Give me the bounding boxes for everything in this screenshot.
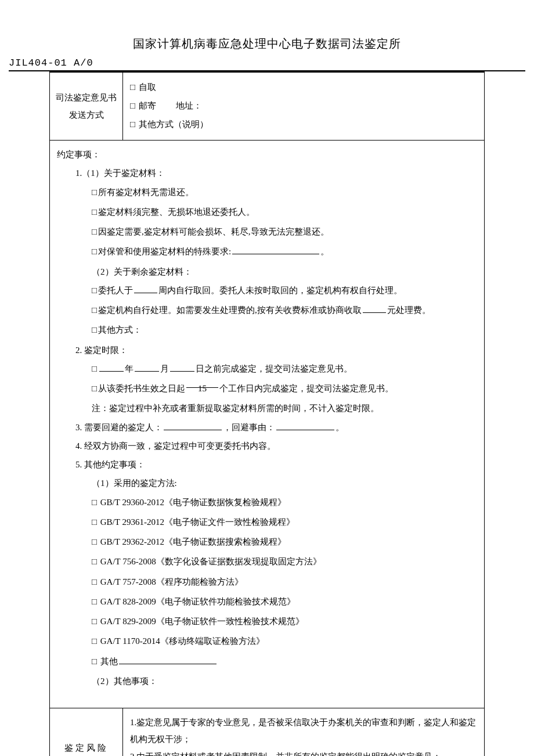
delivery-opt-other[interactable]: 其他方式（说明） (130, 116, 477, 134)
form-table: 司法鉴定意见书 发送方式 自取 邮寄地址： 其他方式（说明） 约定事项： 1.（… (49, 71, 485, 756)
risk-row: 鉴定风险 提 示 1.鉴定意见属于专家的专业意见，是否被采信取决于办案机关的审查… (50, 708, 484, 756)
delivery-body: 自取 邮寄地址： 其他方式（说明） (123, 73, 484, 141)
risk-label: 鉴定风险 提 示 (50, 708, 123, 756)
r2[interactable]: 鉴定机构自行处理。如需要发生处理费的,按有关收费标准或协商收取元处理费。 (57, 301, 477, 321)
d2[interactable]: 从该委托书生效之日起15个工作日内完成鉴定，提交司法鉴定意见书。 (57, 379, 477, 399)
item1-title: 1.（1）关于鉴定材料： (57, 164, 477, 182)
d1[interactable]: 年月日之前完成鉴定，提交司法鉴定意见书。 (57, 359, 477, 379)
delivery-opt-self[interactable]: 自取 (130, 78, 477, 97)
item5a: （1）采用的鉴定方法: (57, 474, 477, 492)
m1[interactable]: 所有鉴定材料无需退还。 (57, 183, 477, 203)
agreed-heading: 约定事项： (57, 145, 477, 164)
std-other[interactable]: 其他 (57, 652, 477, 672)
delivery-opt-mail[interactable]: 邮寄地址： (130, 97, 477, 116)
item5b: （2）其他事项： (57, 672, 477, 690)
doc-code: JIL404-01 A/0 (9, 57, 525, 71)
std1[interactable]: GB/T 29360-2012《电子物证数据恢复检验规程》 (57, 493, 477, 513)
r1[interactable]: 委托人于周内自行取回。委托人未按时取回的，鉴定机构有权自行处理。 (57, 281, 477, 301)
item3: 3. 需要回避的鉴定人：，回避事由：。 (57, 418, 477, 437)
risk-body: 1.鉴定意见属于专家的专业意见，是否被采信取决于办案机关的审查和判断，鉴定人和鉴… (123, 708, 484, 756)
std3[interactable]: GB/T 29362-2012《电子物证数据搜索检验规程》 (57, 532, 477, 552)
agreed-items: 约定事项： 1.（1）关于鉴定材料： 所有鉴定材料无需退还。 鉴定材料须完整、无… (50, 141, 484, 708)
item2-title: 2. 鉴定时限： (57, 341, 477, 359)
page-title: 国家计算机病毒应急处理中心电子数据司法鉴定所 (35, 36, 499, 52)
r3[interactable]: 其他方式： (57, 321, 477, 340)
std5[interactable]: GA/T 757-2008《程序功能检验方法》 (57, 573, 477, 592)
m3[interactable]: 因鉴定需要,鉴定材料可能会损坏、耗尽,导致无法完整退还。 (57, 222, 477, 242)
delivery-label: 司法鉴定意见书 发送方式 (50, 73, 123, 141)
d-note: 注：鉴定过程中补充或者重新提取鉴定材料所需的时间，不计入鉴定时限。 (57, 399, 477, 417)
std4[interactable]: GA/T 756-2008《数字化设备证据数据发现提取固定方法》 (57, 552, 477, 572)
std2[interactable]: GB/T 29361-2012《电子物证文件一致性检验规程》 (57, 513, 477, 532)
m4[interactable]: 对保管和使用鉴定材料的特殊要求:。 (57, 242, 477, 262)
item4: 4. 经双方协商一致，鉴定过程中可变更委托书内容。 (57, 437, 477, 455)
item1b-title: （2）关于剩余鉴定材料： (57, 262, 477, 281)
std8[interactable]: GA/T 1170-2014《移动终端取证检验方法》 (57, 632, 477, 651)
std7[interactable]: GA/T 829-2009《电子物证软件一致性检验技术规范》 (57, 612, 477, 632)
delivery-row: 司法鉴定意见书 发送方式 自取 邮寄地址： 其他方式（说明） (50, 73, 484, 141)
std6[interactable]: GA/T 828-2009《电子物证软件功能检验技术规范》 (57, 592, 477, 612)
item5-title: 5. 其他约定事项： (57, 455, 477, 474)
m2[interactable]: 鉴定材料须完整、无损坏地退还委托人。 (57, 203, 477, 222)
